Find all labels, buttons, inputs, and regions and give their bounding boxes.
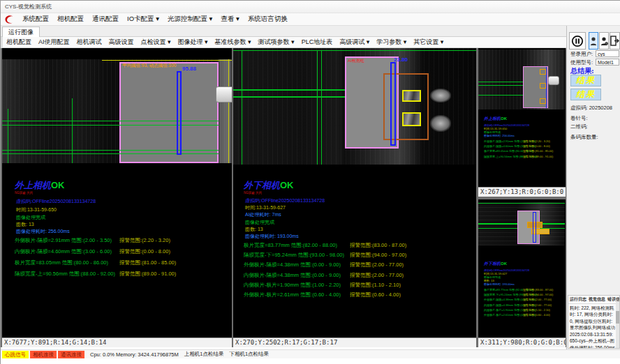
measurement-row: 外侧极片-隔膜=4.38mm 范围:(0.00 - 9.00)报警范围:(2.0… <box>244 261 406 268</box>
measurement-row: 外侧极片-极片=2.61mm 范围:(0.60 - 4.00)报警范围:(0.6… <box>484 313 553 317</box>
measurement-row: 内侧极片-隔膜=4.38mm 范围:(0.00 - 9.00)报警范围:(2.0… <box>244 272 406 279</box>
measurement-row: 内侧极片-隔膜=4.38mm 范围:(0.00 - 9.00)报警范围:(2.0… <box>484 303 553 307</box>
admin-user-button[interactable] <box>599 32 609 50</box>
menu-item-system-config[interactable]: 系统配置 <box>18 15 53 24</box>
menu-item-language-switch[interactable]: 系统语言切换 <box>244 15 292 24</box>
frames-line: 图数: 13 <box>16 221 34 228</box>
app-window: CYS-视觉检测系统 系统配置 相机配置 通讯配置 IO卡配置 ▾ 光源控制配置… <box>0 0 620 364</box>
toolbar-item-ai-config[interactable]: AI使用配置 <box>35 38 73 47</box>
toolbar-item-plc-address[interactable]: PLC地址表 <box>298 38 337 47</box>
camera-view-left[interactable]: 平均阈值:93, 动态阈值:100 95.88 外上相机OK NG屏蔽:关闭 虚… <box>2 48 232 347</box>
camera-image-left[interactable]: 平均阈值:93, 动态阈值:100 95.88 <box>2 48 232 163</box>
measurement-row: 内侧极片-极片=1.90mm 范围:(1.00 - 2.20)报警范围:(1.1… <box>484 308 553 312</box>
menu-item-light-control[interactable]: 光源控制配置 ▾ <box>163 15 216 24</box>
virtual-code-label: 虚拟码: 20250208 <box>570 105 612 112</box>
roi-box-yellow <box>402 90 421 102</box>
toolbar-item-advanced-settings[interactable]: 高级设置 <box>105 38 138 47</box>
user-login-button[interactable] <box>589 32 598 50</box>
check-result-lower: 下相机1点检结果 <box>229 351 269 358</box>
result-ok: OK <box>51 180 65 190</box>
tab-run-image[interactable]: 运行图像 <box>2 26 40 38</box>
camera-thumb-top[interactable]: 外上相机OK 虚拟码:OFFline20250208133134728 时间:1… <box>478 48 566 197</box>
result-box-lower: 结果 <box>570 89 601 100</box>
log-tab-run[interactable]: 运行日志 <box>570 296 586 303</box>
toolbar: 相机配置 AI使用配置 相机调试 高级设置 点检设置 ▾ 图像处理 ▾ 基准线参… <box>1 37 566 48</box>
measurement-row: 内侧极片-隔膜=4.60mm 范围:(3.00 - 6.00)报警范围:(0.0… <box>15 248 176 255</box>
measurement-row: 隔膜宽度-下=95.24mm 范围:(93.00 - 98.00)报警范围:(9… <box>244 252 406 259</box>
log-scrollbar[interactable] <box>616 301 619 348</box>
menubar: 系统配置 相机配置 通讯配置 IO卡配置 ▾ 光源控制配置 ▾ 查看 ▾ 系统语… <box>1 13 620 26</box>
proc-time-line: 图像处理耗时: 193.00ms <box>245 233 299 240</box>
toolbar-item-image-processing[interactable]: 图像处理 ▾ <box>175 38 212 47</box>
result-ok: OK <box>280 180 294 190</box>
measurement-row: 极片宽度=83.77mm 范围:(82.00 - 88.00)报警范围:(83.… <box>484 288 553 291</box>
model-label: 使用型号: <box>570 59 593 66</box>
pause-button[interactable] <box>569 32 586 50</box>
menu-item-io-config[interactable]: IO卡配置 ▾ <box>123 15 163 24</box>
measurement-row: 外侧极片-隔膜=2.91mm 范围:(2.00 - 3.50)报警范围:(2.2… <box>15 237 176 244</box>
thumb-title: 外上相机OK <box>484 116 507 122</box>
menu-item-comm-config[interactable]: 通讯配置 <box>88 15 123 24</box>
camera-view-middle[interactable]: AI检测框 23.80 外下相机OK NG屏蔽:关闭 虚拟码:OFFline20… <box>233 48 476 347</box>
pin-number-label: 卷针号: <box>570 115 588 122</box>
comm-link-badge: 通讯连接 <box>58 351 84 358</box>
measure-line-green <box>2 121 219 121</box>
roi-box-blue <box>177 71 182 155</box>
measure-vline-green <box>321 50 322 165</box>
metal-tab <box>548 76 559 85</box>
barcode-line: 虚拟码:OFFline20250208133134728 <box>245 197 325 204</box>
log-text: 耗时: 222, 网络检测耗时: 17, 网络分类耗时: 0, 网络提取分区耗时… <box>568 304 619 349</box>
baseline-yellow-line <box>102 60 232 61</box>
toolbar-item-baseline-params[interactable]: 基准线参数 ▾ <box>212 38 255 47</box>
measurement-row: 极片宽度=83.05mm 范围:(80.00 - 86.00)报警范围:(81.… <box>15 259 176 266</box>
camera-middle-title: 外下相机OK <box>244 179 294 192</box>
titlebar[interactable]: CYS-视觉检测系统 <box>1 1 620 13</box>
electrode-part-region <box>119 62 219 163</box>
thumb-image-top[interactable] <box>478 50 565 109</box>
toolbar-item-advanced-debug[interactable]: 高级调试 ▾ <box>336 38 373 47</box>
toolbar-item-camera-config[interactable]: 相机配置 <box>3 38 35 47</box>
ng-note: NG屏蔽:关闭 <box>244 191 262 195</box>
heartbeat-badge: 心跳信号 <box>2 351 29 358</box>
camera-image-middle[interactable]: AI检测框 23.80 <box>233 48 476 165</box>
user-icon <box>590 36 597 46</box>
login-user-label: 登录用户: <box>570 51 593 58</box>
log-tab-vision[interactable]: 视觉信息 <box>589 296 605 303</box>
login-user-field[interactable]: cys <box>596 50 619 57</box>
measurement-row: 内侧极片-极片=1.90mm 范围:(1.00 - 2.20)报警范围:(1.1… <box>244 282 406 289</box>
log-scrollbar-thumb[interactable] <box>616 311 619 324</box>
app-logo-icon <box>3 15 15 24</box>
measure-line-green <box>233 50 476 51</box>
menu-item-view[interactable]: 查看 ▾ <box>216 15 243 24</box>
camera-left-title: 外上相机OK <box>15 179 65 192</box>
menu-item-camera-config[interactable]: 相机配置 <box>53 15 88 24</box>
measure-line-green <box>2 150 219 151</box>
machine-highlight <box>430 89 451 103</box>
measurement-row: 极片宽度=83.05mm 范围:(80.00 - 86.00)报警范围:(81.… <box>484 149 553 153</box>
qr-code-label: 二维码: <box>570 123 588 130</box>
exit-button[interactable] <box>610 32 620 50</box>
measurement-row: 隔膜宽度-下=95.24mm 范围:(93.00 - 98.00)报警范围:(9… <box>484 293 553 296</box>
toolbar-item-spot-check[interactable]: 点检设置 ▾ <box>138 38 175 47</box>
toolbar-item-other-settings[interactable]: 其它设置 ▾ <box>410 38 447 47</box>
toolbar-item-test-params[interactable]: 测试项参数 ▾ <box>255 38 298 47</box>
model-field[interactable]: Model1 <box>596 59 619 66</box>
measure-vline-green <box>242 50 242 165</box>
ai-time-line: AI处理耗时: 7ms <box>245 211 281 218</box>
roi-box-blue <box>533 212 536 243</box>
toolbar-item-learning-params[interactable]: 学习参数 ▾ <box>373 38 410 47</box>
window-title: CYS-视觉检测系统 <box>5 3 52 10</box>
roi-box-orange <box>540 83 546 89</box>
roi-box-orange <box>540 69 546 75</box>
pause-icon <box>571 35 584 47</box>
barcode-count-label: 条码库数量: <box>570 134 598 141</box>
measurement-row: 外侧极片-隔膜=4.38mm 范围:(0.00 - 9.00)报警范围:(2.0… <box>484 298 553 301</box>
proc-time-line: 图像处理耗时: 193.00ms <box>484 282 515 286</box>
barcode-line: 虚拟码:OFFline20250208133134728 <box>16 198 96 205</box>
thumb-image-bottom[interactable] <box>478 202 565 245</box>
measure-vline-green <box>72 98 73 163</box>
right-panel: 登录用户: cys 使用型号: Model1 总结果: 结果 结果 虚拟码: 2… <box>566 26 620 349</box>
toolbar-item-camera-debug[interactable]: 相机调试 <box>73 38 105 47</box>
roi-blue-value: 23.80 <box>394 56 408 63</box>
camera-thumb-bottom[interactable]: 外下相机OK 虚拟码:OFFline20250208133134728 时间:1… <box>478 199 566 347</box>
